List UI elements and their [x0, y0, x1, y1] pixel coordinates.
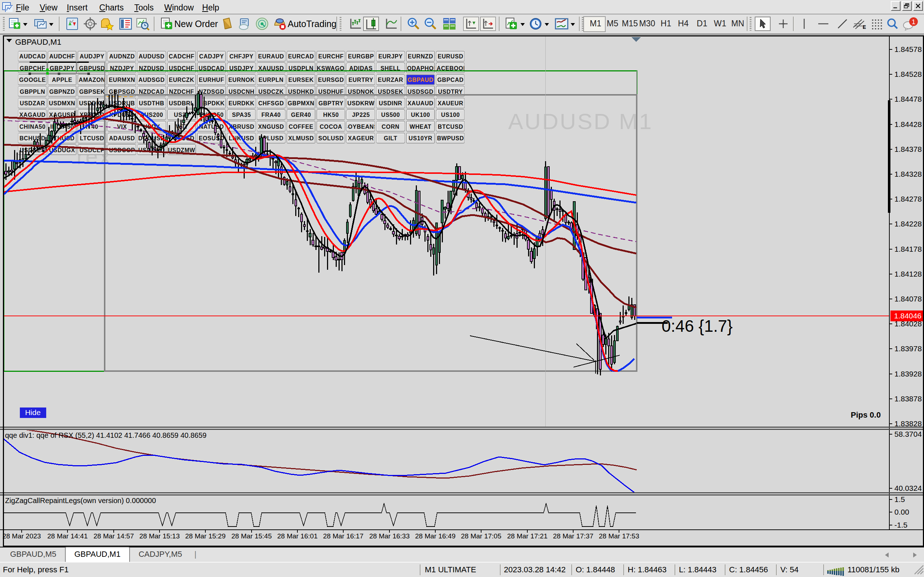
svg-text:28 Mar 15:45: 28 Mar 15:45 — [231, 532, 272, 540]
svg-text:USDCNH: USDCNH — [228, 89, 254, 95]
svg-text:HK50: HK50 — [323, 112, 339, 118]
svg-text:USDZAR: USDZAR — [20, 100, 45, 106]
svg-text:USDCZK: USDCZK — [258, 89, 284, 95]
svg-text:1: 1 — [912, 18, 916, 26]
svg-text:1.84228: 1.84228 — [894, 220, 922, 228]
svg-text:AUDSGD: AUDSGD — [139, 77, 165, 83]
svg-text:28 Mar 14:57: 28 Mar 14:57 — [94, 532, 134, 540]
svg-text:BCHUSD: BCHUSD — [19, 135, 45, 141]
svg-text:1.83828: 1.83828 — [894, 419, 922, 428]
svg-text:EURJPY: EURJPY — [378, 53, 403, 60]
svg-text:APPLE: APPLE — [52, 77, 72, 83]
svg-text:1.84428: 1.84428 — [894, 120, 922, 128]
svg-text:XAUEUR: XAUEUR — [438, 100, 463, 106]
svg-text:GILT: GILT — [384, 135, 397, 141]
svg-text:GBPTRY: GBPTRY — [318, 100, 344, 106]
svg-text:EURAUD: EURAUD — [258, 53, 284, 60]
svg-text:1.84578: 1.84578 — [894, 45, 922, 53]
svg-text:AUDJPY: AUDJPY — [80, 53, 105, 60]
svg-text:GER40: GER40 — [291, 112, 311, 118]
svg-text:58.3704: 58.3704 — [894, 430, 922, 438]
svg-text:XAUAUD: XAUAUD — [407, 100, 433, 106]
svg-text:US10YR: US10YR — [409, 135, 432, 141]
svg-text:40.0324: 40.0324 — [894, 484, 922, 492]
svg-text:28 Mar 17:05: 28 Mar 17:05 — [461, 532, 501, 540]
svg-text:USDMXN: USDMXN — [49, 100, 76, 106]
svg-text:Hide: Hide — [25, 408, 40, 416]
svg-text:EURZAR: EURZAR — [378, 77, 403, 83]
svg-text:WHEAT: WHEAT — [410, 124, 431, 130]
svg-text:28 Mar 16:49: 28 Mar 16:49 — [415, 532, 456, 540]
svg-text:1.84528: 1.84528 — [894, 70, 922, 78]
svg-text:EURTRY: EURTRY — [349, 77, 373, 83]
svg-text:CHFJPY: CHFJPY — [229, 53, 254, 60]
svg-text:28 Mar 15:29: 28 Mar 15:29 — [185, 532, 226, 540]
svg-text:1.84328: 1.84328 — [894, 170, 922, 178]
svg-text:USDINR: USDINR — [379, 100, 402, 106]
svg-text:28 Mar 17:37: 28 Mar 17:37 — [553, 532, 593, 540]
svg-text:28 Mar 2023: 28 Mar 2023 — [3, 532, 41, 540]
svg-text:SOLUSD: SOLUSD — [318, 135, 344, 141]
svg-text:1.84478: 1.84478 — [894, 95, 922, 103]
svg-text:XNGUSD: XNGUSD — [258, 124, 284, 130]
svg-text:NZDSGD: NZDSGD — [199, 89, 224, 95]
svg-text:28 Mar 15:13: 28 Mar 15:13 — [139, 532, 180, 540]
svg-text:SOYBEANS: SOYBEANS — [344, 124, 378, 130]
svg-text:USDHUF: USDHUF — [318, 89, 344, 95]
svg-text:USDSGD: USDSGD — [407, 89, 433, 95]
svg-text:GBPMXN: GBPMXN — [288, 100, 314, 106]
svg-text:USDKRW: USDKRW — [347, 100, 375, 106]
svg-text:GBPAUD: GBPAUD — [407, 77, 433, 83]
svg-text:0.00: 0.00 — [894, 508, 909, 516]
svg-text:GBPCAD: GBPCAD — [438, 77, 464, 83]
svg-text:EURPLN: EURPLN — [258, 77, 283, 83]
svg-text:UK100: UK100 — [411, 112, 430, 118]
svg-text:USDTRY: USDTRY — [438, 89, 463, 95]
svg-text:SPA35: SPA35 — [232, 112, 251, 118]
svg-text:AUDCHF: AUDCHF — [49, 53, 75, 60]
svg-text:US100: US100 — [441, 112, 460, 118]
svg-text:EURCAD: EURCAD — [288, 53, 314, 60]
svg-text:CHFSGD: CHFSGD — [258, 100, 284, 106]
svg-text:GBPSEK: GBPSEK — [79, 89, 105, 95]
svg-text:EURMXN: EURMXN — [109, 77, 135, 83]
svg-text:28 Mar 16:17: 28 Mar 16:17 — [323, 532, 363, 540]
svg-text:1.83928: 1.83928 — [894, 370, 922, 378]
svg-text:JP225: JP225 — [352, 112, 370, 118]
svg-text:USDHKD: USDHKD — [288, 89, 314, 95]
svg-text:1.84178: 1.84178 — [894, 245, 922, 253]
svg-text:EURNZD: EURNZD — [408, 53, 433, 60]
svg-text:BTCUSD: BTCUSD — [438, 124, 463, 130]
svg-text:USDTHB: USDTHB — [139, 100, 164, 106]
svg-text:COFFEE: COFFEE — [289, 124, 313, 130]
svg-text:1.84078: 1.84078 — [894, 295, 922, 303]
svg-text:28 Mar 16:01: 28 Mar 16:01 — [277, 532, 318, 540]
svg-text:AUDCAD: AUDCAD — [19, 53, 46, 60]
svg-text:EURSGD: EURSGD — [318, 77, 344, 83]
svg-text:EURCZK: EURCZK — [169, 77, 194, 83]
svg-text:LTCUSD: LTCUSD — [80, 135, 104, 141]
svg-text:EURSEK: EURSEK — [288, 77, 313, 83]
svg-text:XLMUSD: XLMUSD — [288, 135, 313, 141]
svg-text:1.83978: 1.83978 — [894, 344, 922, 353]
svg-text:BWPUSD: BWPUSD — [437, 135, 464, 141]
svg-text:ZigZagCallRepaintLegs(own vers: ZigZagCallRepaintLegs(own version) 0.000… — [5, 496, 156, 504]
svg-text:EURCHF: EURCHF — [318, 53, 344, 60]
svg-text:1.84278: 1.84278 — [894, 195, 922, 203]
svg-text:28 Mar 17:53: 28 Mar 17:53 — [599, 532, 639, 540]
svg-text:USDSEK: USDSEK — [378, 89, 403, 95]
svg-text:1.84128: 1.84128 — [894, 270, 922, 278]
svg-text:CADJPY: CADJPY — [199, 53, 224, 60]
svg-text:NZDCHF: NZDCHF — [169, 89, 194, 95]
svg-text:FRA40: FRA40 — [261, 112, 281, 118]
svg-text:1.84378: 1.84378 — [894, 145, 922, 153]
svg-text:0:46 {1.7}: 0:46 {1.7} — [662, 317, 733, 335]
svg-text:COCOA: COCOA — [320, 124, 342, 130]
svg-text:US500: US500 — [381, 112, 400, 118]
svg-text:AMAZON: AMAZON — [79, 77, 105, 83]
svg-text:XAGEUR: XAGEUR — [348, 135, 374, 141]
svg-text:EURNOK: EURNOK — [228, 77, 255, 83]
svg-text:EURDKK: EURDKK — [228, 100, 254, 106]
svg-text:GBPSGD: GBPSGD — [109, 89, 135, 95]
svg-text:GOOGLE: GOOGLE — [19, 77, 46, 83]
